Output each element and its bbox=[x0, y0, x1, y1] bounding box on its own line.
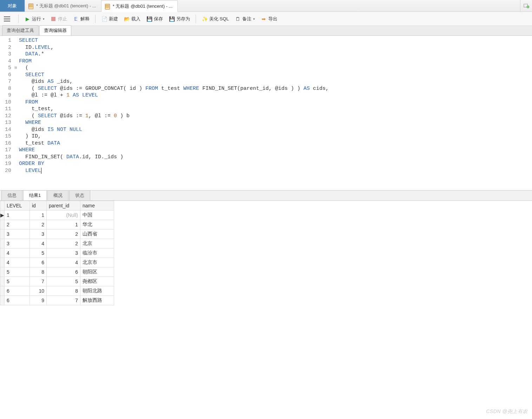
memo-icon: 🗒 bbox=[235, 16, 241, 22]
table-row[interactable]: 586朝阳区 bbox=[0, 267, 114, 277]
play-icon: ▶ bbox=[24, 16, 31, 22]
result-tab-info[interactable]: 信息 bbox=[1, 190, 22, 200]
cell-name[interactable]: 中国 bbox=[80, 211, 114, 220]
grid-body: ▶11(Null)中国221华北332山西省342北京453临汾市464北京市5… bbox=[0, 211, 114, 305]
cell-level[interactable]: 1 bbox=[5, 211, 30, 220]
cell-id[interactable]: 5 bbox=[30, 248, 47, 258]
cell-level[interactable]: 2 bbox=[5, 220, 30, 230]
table-row[interactable]: 221华北 bbox=[0, 220, 114, 230]
cell-id[interactable]: 2 bbox=[30, 220, 47, 230]
explain-label: 解释 bbox=[80, 16, 90, 22]
export-button[interactable]: ➡导出 bbox=[258, 15, 280, 23]
cell-parent-id[interactable]: 2 bbox=[47, 230, 80, 239]
col-parent-id[interactable]: parent_id bbox=[47, 201, 80, 211]
cell-name[interactable]: 北京 bbox=[80, 239, 114, 248]
stop-button[interactable]: 停止 bbox=[48, 15, 69, 23]
cell-parent-id[interactable]: 1 bbox=[47, 220, 80, 230]
table-row[interactable]: 332山西省 bbox=[0, 230, 114, 239]
cell-id[interactable]: 4 bbox=[30, 239, 47, 248]
cell-name[interactable]: 临汾市 bbox=[80, 248, 114, 258]
beautify-button[interactable]: ✨美化 SQL bbox=[199, 15, 231, 23]
sql-editor[interactable]: 1234567891011121314151617181920 ⊟ SELECT… bbox=[0, 36, 532, 190]
cell-id[interactable]: 1 bbox=[30, 211, 47, 220]
tab-object[interactable]: 对象 bbox=[0, 0, 25, 12]
cell-level[interactable]: 4 bbox=[5, 248, 30, 258]
tab-query-1[interactable]: * 无标题 @db01 (tencent) - ... bbox=[25, 0, 101, 12]
cell-name[interactable]: 北京市 bbox=[80, 258, 114, 267]
chevron-down-icon: ▾ bbox=[253, 17, 255, 21]
cell-id[interactable]: 10 bbox=[30, 286, 47, 296]
cell-level[interactable]: 3 bbox=[5, 230, 30, 239]
new-label: 新建 bbox=[109, 16, 118, 22]
secondary-tabs: 查询创建工具 查询编辑器 bbox=[0, 26, 532, 36]
cell-level[interactable]: 6 bbox=[5, 286, 30, 296]
run-button[interactable]: ▶运行▾ bbox=[22, 15, 47, 23]
explain-button[interactable]: 𝔼解释 bbox=[71, 15, 92, 23]
col-name[interactable]: name bbox=[80, 201, 114, 211]
result-tab-profile[interactable]: 概况 bbox=[47, 190, 68, 200]
cell-level[interactable]: 5 bbox=[5, 277, 30, 286]
cell-parent-id[interactable]: 7 bbox=[47, 296, 80, 305]
folder-icon: 📂 bbox=[124, 16, 130, 22]
separator bbox=[196, 15, 196, 23]
table-row[interactable]: 6108朝阳北路 bbox=[0, 286, 114, 296]
result-grid[interactable]: LEVEL id parent_id name ▶11(Null)中国221华北… bbox=[0, 201, 114, 305]
tab-query-2[interactable]: * 无标题 @db01 (tencent) - ... bbox=[101, 0, 178, 12]
row-header-corner bbox=[0, 201, 5, 211]
saveas-button[interactable]: 💾另存为 bbox=[166, 15, 192, 23]
table-row[interactable]: ▶11(Null)中国 bbox=[0, 211, 114, 220]
result-tab-info-label: 信息 bbox=[7, 193, 17, 198]
query-icon bbox=[28, 4, 34, 8]
cell-id[interactable]: 3 bbox=[30, 230, 47, 239]
cell-level[interactable]: 3 bbox=[5, 239, 30, 248]
tab-query-editor[interactable]: 查询编辑器 bbox=[39, 25, 71, 35]
cell-name[interactable]: 尧都区 bbox=[80, 277, 114, 286]
col-id[interactable]: id bbox=[30, 201, 47, 211]
col-level[interactable]: LEVEL bbox=[5, 201, 30, 211]
cell-parent-id[interactable]: 6 bbox=[47, 267, 80, 277]
row-indicator bbox=[0, 296, 5, 305]
new-button[interactable]: 📄新建 bbox=[99, 15, 120, 23]
table-row[interactable]: 575尧都区 bbox=[0, 277, 114, 286]
cell-parent-id[interactable]: 8 bbox=[47, 286, 80, 296]
cell-name[interactable]: 解放西路 bbox=[80, 296, 114, 305]
save-label: 保存 bbox=[154, 16, 163, 22]
code-area[interactable]: SELECT ID.LEVEL, DATA.*FROM ( SELECT @id… bbox=[18, 36, 330, 190]
cell-level[interactable]: 6 bbox=[5, 296, 30, 305]
saveas-label: 另存为 bbox=[176, 16, 190, 22]
cell-level[interactable]: 5 bbox=[5, 267, 30, 277]
memo-button[interactable]: 🗒备注▾ bbox=[232, 15, 257, 23]
cell-id[interactable]: 8 bbox=[30, 267, 47, 277]
query-icon bbox=[105, 4, 111, 9]
stop-icon bbox=[50, 16, 57, 22]
chevron-down-icon: ▾ bbox=[43, 17, 45, 21]
cell-level[interactable]: 4 bbox=[5, 258, 30, 267]
new-tab-button[interactable] bbox=[520, 0, 532, 12]
tab-query-builder[interactable]: 查询创建工具 bbox=[2, 25, 39, 35]
save-button[interactable]: 💾保存 bbox=[144, 15, 165, 23]
table-row[interactable]: 464北京市 bbox=[0, 258, 114, 267]
cell-id[interactable]: 6 bbox=[30, 258, 47, 267]
cell-parent-id[interactable]: 3 bbox=[47, 248, 80, 258]
separator bbox=[95, 15, 96, 23]
cell-parent-id[interactable]: 5 bbox=[47, 277, 80, 286]
cell-parent-id[interactable]: 2 bbox=[47, 239, 80, 248]
menu-button[interactable] bbox=[3, 15, 11, 23]
cell-parent-id[interactable]: (Null) bbox=[47, 211, 80, 220]
load-button[interactable]: 📂载入 bbox=[121, 15, 143, 23]
cell-id[interactable]: 9 bbox=[30, 296, 47, 305]
cell-parent-id[interactable]: 4 bbox=[47, 258, 80, 267]
cell-name[interactable]: 华北 bbox=[80, 220, 114, 230]
table-row[interactable]: 453临汾市 bbox=[0, 248, 114, 258]
cell-name[interactable]: 朝阳区 bbox=[80, 267, 114, 277]
cell-id[interactable]: 7 bbox=[30, 277, 47, 286]
result-tab-state[interactable]: 状态 bbox=[69, 190, 90, 200]
cell-name[interactable]: 朝阳北路 bbox=[80, 286, 114, 296]
cell-name[interactable]: 山西省 bbox=[80, 230, 114, 239]
result-tab-result1-label: 结果1 bbox=[29, 193, 41, 198]
memo-label: 备注 bbox=[242, 16, 251, 22]
load-label: 载入 bbox=[131, 16, 140, 22]
table-row[interactable]: 342北京 bbox=[0, 239, 114, 248]
result-tab-result1[interactable]: 结果1 bbox=[23, 190, 47, 200]
table-row[interactable]: 697解放西路 bbox=[0, 296, 114, 305]
